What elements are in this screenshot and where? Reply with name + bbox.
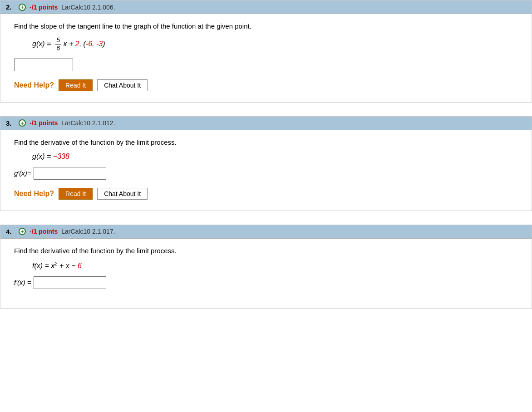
answer-label-4: f′(x) = xyxy=(14,279,31,286)
answer-input-3[interactable] xyxy=(34,167,106,180)
problem-2-header: 2. + -/1 points LarCalc10 2.1.006. xyxy=(0,0,532,14)
need-help-label-3: Need Help? xyxy=(14,190,54,198)
problem-instruction-4: Find the derivative of the function by t… xyxy=(14,247,518,255)
problem-id-2: LarCalc10 2.1.006. xyxy=(61,4,115,11)
problem-body-3: Find the derivative of the function by t… xyxy=(0,130,532,211)
math-display-2: g(x) = 5 6 x + 2, (-6, -3) xyxy=(32,36,518,52)
answer-input-2[interactable] xyxy=(14,59,73,71)
fraction-2: 5 6 xyxy=(55,36,61,52)
math-display-4: f(x) = x2 + x − 6 xyxy=(32,261,518,270)
problem-instruction-3: Find the derivative of the function by t… xyxy=(14,138,518,146)
problem-number-4: 4. xyxy=(6,228,15,235)
answer-row-3: g′(x)= xyxy=(14,167,518,180)
plus-icon-2[interactable]: + xyxy=(19,4,26,11)
answer-label-3: g′(x)= xyxy=(14,169,31,177)
math-display-3: g(x) = −338 xyxy=(32,152,518,161)
problem-number-3: 3. xyxy=(6,119,15,127)
read-it-button-2[interactable]: Read It xyxy=(59,79,93,91)
plus-icon-3[interactable]: + xyxy=(19,119,26,127)
need-help-row-3: Need Help? Read It Chat About It xyxy=(14,188,518,200)
chat-about-button-3[interactable]: Chat About It xyxy=(97,188,148,200)
problem-id-4: LarCalc10 2.1.017. xyxy=(61,228,115,235)
need-help-row-2: Need Help? Read It Chat About It xyxy=(14,79,518,91)
problem-3-header: 3. + -/1 points LarCalc10 2.1.012. xyxy=(0,117,532,130)
chat-about-button-2[interactable]: Chat About It xyxy=(97,79,148,91)
read-it-button-3[interactable]: Read It xyxy=(59,188,93,200)
points-label-3: -/1 points xyxy=(30,119,58,127)
problem-body-4: Find the derivative of the function by t… xyxy=(0,239,532,308)
answer-row-4: f′(x) = xyxy=(14,276,518,289)
problem-id-3: LarCalc10 2.1.012. xyxy=(61,119,115,127)
problem-body-2: Find the slope of the tangent line to th… xyxy=(0,14,532,102)
answer-input-4[interactable] xyxy=(34,276,106,289)
problem-4-header: 4. + -/1 points LarCalc10 2.1.017. xyxy=(0,225,532,239)
need-help-label-2: Need Help? xyxy=(14,81,54,89)
problem-2: 2. + -/1 points LarCalc10 2.1.006. Find … xyxy=(0,0,532,103)
points-label-4: -/1 points xyxy=(30,228,58,235)
plus-icon-4[interactable]: + xyxy=(19,228,26,235)
problem-instruction-2: Find the slope of the tangent line to th… xyxy=(14,22,518,30)
problem-3: 3. + -/1 points LarCalc10 2.1.012. Find … xyxy=(0,116,532,211)
points-label-2: -/1 points xyxy=(30,4,58,11)
problem-4: 4. + -/1 points LarCalc10 2.1.017. Find … xyxy=(0,225,532,309)
problem-number-2: 2. xyxy=(6,3,15,11)
